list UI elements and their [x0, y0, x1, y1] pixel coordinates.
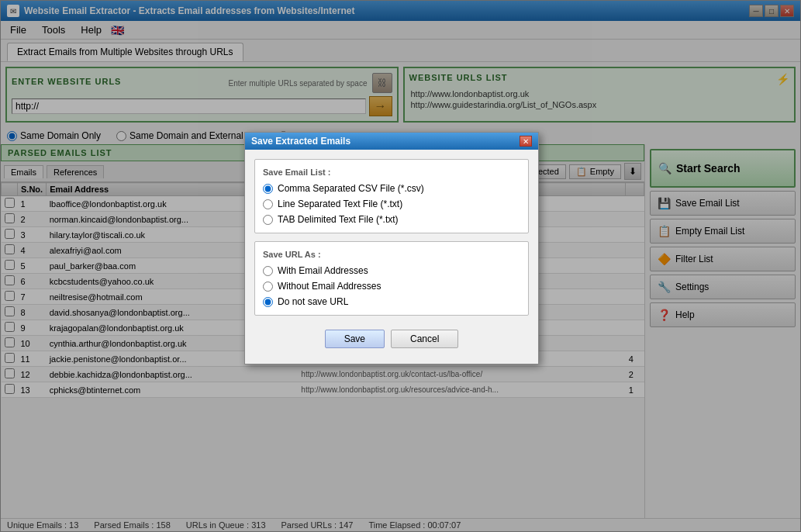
- save-url-section: Save URL As : With Email Addresses Witho…: [254, 241, 529, 316]
- dialog-footer: Save Cancel: [254, 323, 529, 354]
- radio-csv[interactable]: Comma Separated CSV File (*.csv): [263, 183, 520, 194]
- radio-no-save-url[interactable]: Do not save URL: [263, 296, 520, 307]
- radio-txt-tab[interactable]: TAB Delimited Text File (*.txt): [263, 214, 520, 225]
- dialog-close-button[interactable]: ✕: [520, 136, 532, 147]
- dialog-title: Save Extracted Emails: [251, 136, 350, 147]
- cancel-button[interactable]: Cancel: [391, 330, 458, 348]
- save-button[interactable]: Save: [325, 330, 385, 348]
- radio-with-email[interactable]: With Email Addresses: [263, 265, 520, 276]
- radio-txt-line[interactable]: Line Separated Text File (*.txt): [263, 199, 520, 209]
- radio-without-email[interactable]: Without Email Addresses: [263, 281, 520, 292]
- dialog-title-bar: Save Extracted Emails ✕: [245, 133, 538, 150]
- dialog-body: Save Email List : Comma Separated CSV Fi…: [245, 150, 538, 364]
- save-url-section-title: Save URL As :: [263, 250, 520, 259]
- save-email-section-title: Save Email List :: [263, 168, 520, 177]
- save-dialog: Save Extracted Emails ✕ Save Email List …: [244, 132, 539, 364]
- save-email-section: Save Email List : Comma Separated CSV Fi…: [254, 159, 529, 233]
- dialog-overlay: Save Extracted Emails ✕ Save Email List …: [0, 0, 801, 532]
